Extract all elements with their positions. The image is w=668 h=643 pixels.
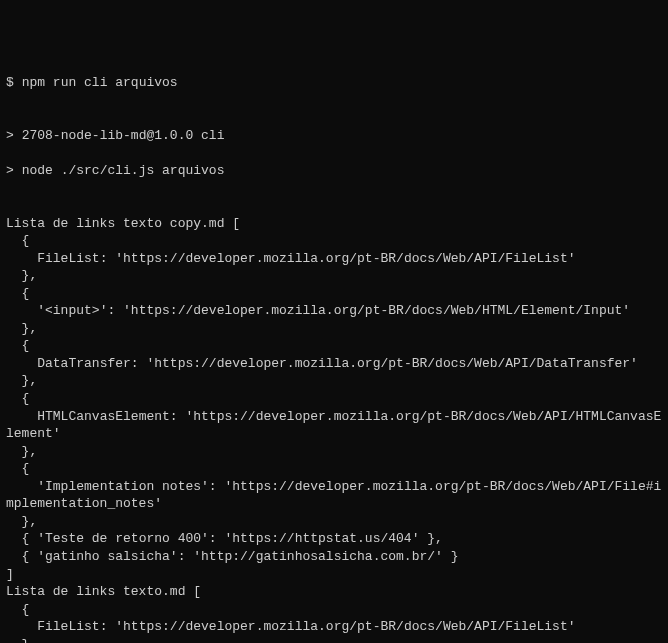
output-body: Lista de links texto copy.md [ { FileLis… <box>6 215 662 643</box>
output-line: { <box>6 390 662 408</box>
output-line: 'Implementation notes': 'https://develop… <box>6 478 662 513</box>
output-line: DataTransfer: 'https://developer.mozilla… <box>6 355 662 373</box>
header-text: 2708-node-lib-md@1.0.0 cli <box>22 128 225 143</box>
node-exec-line: > node ./src/cli.js arquivos <box>6 162 662 180</box>
output-line: }, <box>6 372 662 390</box>
output-line: { <box>6 285 662 303</box>
output-line: FileList: 'https://developer.mozilla.org… <box>6 250 662 268</box>
output-line: { <box>6 337 662 355</box>
output-line: { 'gatinho salsicha': 'http://gatinhosal… <box>6 548 662 566</box>
output-line: }, <box>6 267 662 285</box>
npm-header-line: > 2708-node-lib-md@1.0.0 cli <box>6 127 662 145</box>
terminal-output[interactable]: $ npm run cli arquivos > 2708-node-lib-m… <box>6 74 662 643</box>
output-line: { 'Teste de retorno 400': 'https://https… <box>6 530 662 548</box>
output-line: }, <box>6 443 662 461</box>
output-line: FileList: 'https://developer.mozilla.org… <box>6 618 662 636</box>
header-prefix: > <box>6 163 14 178</box>
output-line: HTMLCanvasElement: 'https://developer.mo… <box>6 408 662 443</box>
output-line: Lista de links texto copy.md [ <box>6 215 662 233</box>
header-text: node ./src/cli.js arquivos <box>22 163 225 178</box>
output-line: Lista de links texto.md [ <box>6 583 662 601</box>
output-line: { <box>6 460 662 478</box>
output-line: }, <box>6 320 662 338</box>
output-line: { <box>6 232 662 250</box>
command-line: $ npm run cli arquivos <box>6 74 662 92</box>
command-text: npm run cli arquivos <box>22 75 178 90</box>
output-line: '<input>': 'https://developer.mozilla.or… <box>6 302 662 320</box>
header-prefix: > <box>6 128 14 143</box>
output-line: }, <box>6 636 662 643</box>
output-line: }, <box>6 513 662 531</box>
output-line: { <box>6 601 662 619</box>
output-line: ] <box>6 566 662 584</box>
prompt-symbol: $ <box>6 75 14 90</box>
